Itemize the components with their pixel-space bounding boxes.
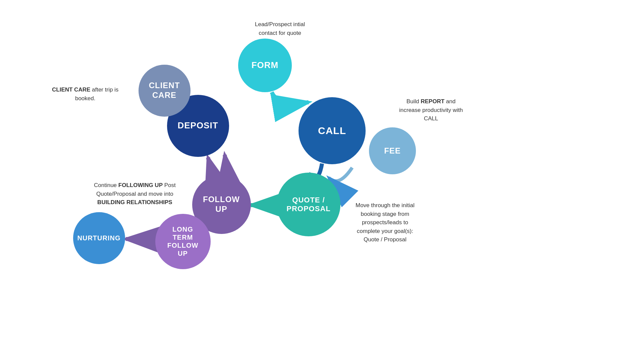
circle-form: FORM bbox=[238, 39, 292, 92]
label-clientcare-desc: CLIENT CARE after trip isbooked. bbox=[52, 85, 118, 103]
label-form-desc: Lead/Prospect intialcontact for quote bbox=[255, 20, 305, 37]
label-quote-desc: Move through the initialbooking stage fr… bbox=[356, 201, 415, 244]
circle-fee: FEE bbox=[369, 127, 416, 174]
circle-quote: QUOTE /PROPOSAL bbox=[277, 173, 340, 236]
label-followup-desc: Continue FOLLOWING UP PostQuote/Proposal… bbox=[94, 181, 176, 207]
circle-nurturing: NURTURING bbox=[73, 212, 125, 264]
label-call-desc: Build REPORT andincrease productivity wi… bbox=[399, 97, 463, 123]
circle-clientcare: CLIENTCARE bbox=[139, 65, 191, 117]
circle-longterm: LONGTERMFOLLOWUP bbox=[155, 214, 211, 269]
circle-call: CALL bbox=[299, 97, 366, 164]
